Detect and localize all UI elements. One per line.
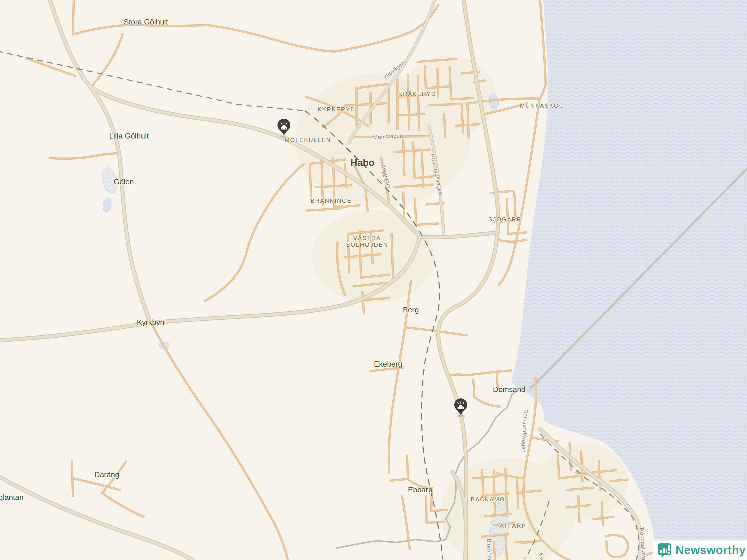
newsworthy-brand-text: Newsworthy bbox=[675, 544, 746, 557]
attribution-bar[interactable]: Newsworthy bbox=[653, 540, 747, 560]
map-canvas[interactable]: Stora GölhultLilla GölhultGölenKyrkbynDa… bbox=[0, 0, 747, 560]
incident-marker-incident-1[interactable] bbox=[277, 118, 291, 138]
basemap-graphics bbox=[0, 0, 747, 560]
incident-marker-incident-2[interactable] bbox=[454, 398, 468, 417]
newsworthy-logo-icon bbox=[658, 543, 671, 558]
